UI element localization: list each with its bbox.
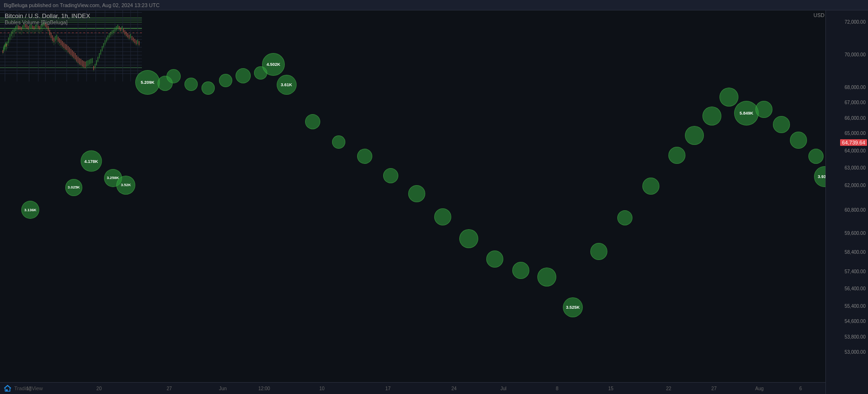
price-57400: 57,400.00 <box>845 269 866 274</box>
chart-title-line2: Bubles Volume [BigBeluga] <box>5 19 90 25</box>
svg-rect-185 <box>61 40 61 45</box>
bubble-r4 <box>668 147 685 164</box>
svg-rect-183 <box>58 37 58 42</box>
chart-header: Bitcoin / U.S. Dollar, 1h, INDEX Bubles … <box>5 12 90 25</box>
svg-rect-179 <box>52 36 53 41</box>
usd-label: USD <box>814 12 824 18</box>
bubble-5209k: 5.209K <box>135 70 160 95</box>
svg-rect-150 <box>11 31 11 36</box>
bubble-e3 <box>790 132 807 149</box>
bubble-3136k: 3.136K <box>21 201 39 219</box>
svg-rect-184 <box>59 38 60 44</box>
svg-rect-221 <box>112 30 112 34</box>
svg-rect-230 <box>124 30 125 35</box>
svg-rect-225 <box>117 25 118 29</box>
price-62000: 62,000.00 <box>845 182 866 188</box>
svg-rect-180 <box>53 37 54 43</box>
svg-rect-142 <box>3 47 4 51</box>
svg-rect-201 <box>83 61 84 68</box>
svg-rect-239 <box>137 40 138 44</box>
svg-rect-149 <box>9 34 10 40</box>
price-56400: 56,400.00 <box>845 286 866 291</box>
bubble-r1 <box>590 243 607 260</box>
bubble-small5 <box>219 74 232 87</box>
bubble-d6 <box>434 208 451 225</box>
time-1200: 12:00 <box>258 386 270 391</box>
svg-rect-237 <box>134 39 135 43</box>
svg-rect-190 <box>68 46 68 53</box>
svg-rect-236 <box>133 37 133 42</box>
bubble-e1 <box>755 101 772 118</box>
svg-rect-211 <box>97 57 98 62</box>
svg-rect-167 <box>35 25 35 29</box>
svg-rect-161 <box>26 25 27 29</box>
bubble-d9 <box>512 262 529 279</box>
current-price-label: 64,739.64 <box>840 139 867 146</box>
bubble-small2 <box>167 69 181 83</box>
bubble-r3 <box>642 178 659 195</box>
svg-rect-192 <box>70 49 71 55</box>
svg-rect-242 <box>6 389 8 391</box>
svg-rect-148 <box>8 37 9 43</box>
time-10: 10 <box>319 386 324 391</box>
bubble-e2 <box>773 116 790 133</box>
price-68000: 68,000.00 <box>845 85 866 90</box>
bubble-3025k: 3.025K <box>65 179 82 196</box>
svg-rect-163 <box>29 25 30 29</box>
svg-rect-206 <box>90 59 91 64</box>
svg-rect-170 <box>39 26 40 30</box>
bubble-3525k: 3.525K <box>563 297 583 317</box>
svg-rect-154 <box>17 25 17 30</box>
svg-rect-234 <box>130 34 131 38</box>
svg-rect-240 <box>139 41 139 45</box>
svg-rect-197 <box>78 57 78 63</box>
bubble-d8 <box>486 251 503 268</box>
svg-rect-200 <box>82 60 82 67</box>
svg-rect-205 <box>89 60 89 65</box>
price-60800: 60,800.00 <box>845 207 866 213</box>
svg-rect-141 <box>2 50 3 53</box>
svg-rect-229 <box>123 28 123 33</box>
svg-rect-186 <box>62 41 62 47</box>
price-70000: 70,000.00 <box>845 52 866 57</box>
svg-rect-188 <box>65 44 65 50</box>
bubble-352k: 3.52K <box>116 176 135 195</box>
bubble-r5 <box>685 126 704 145</box>
svg-rect-196 <box>76 55 77 62</box>
price-54600: 54,600.00 <box>845 319 866 324</box>
price-53000: 53,000.00 <box>845 349 866 354</box>
svg-rect-207 <box>92 58 92 63</box>
bubble-d7 <box>459 229 478 248</box>
svg-rect-223 <box>114 27 115 32</box>
svg-rect-203 <box>86 61 87 67</box>
tv-logo-text: TradingView <box>14 385 43 391</box>
price-59600: 59,600.00 <box>845 230 866 235</box>
svg-rect-219 <box>109 33 109 37</box>
price-axis: 72,000.00 70,000.00 68,000.00 67,000.00 … <box>825 10 868 394</box>
price-64000: 64,000.00 <box>845 148 866 153</box>
svg-rect-198 <box>79 58 79 65</box>
svg-rect-182 <box>56 35 57 40</box>
svg-rect-220 <box>110 32 111 36</box>
bubble-d4 <box>383 168 398 183</box>
time-8: 8 <box>556 386 559 391</box>
svg-rect-156 <box>19 26 20 30</box>
time-17: 17 <box>386 386 391 391</box>
svg-rect-165 <box>32 26 33 29</box>
time-jul: Jul <box>500 386 507 391</box>
bubble-r6 <box>702 107 721 125</box>
price-63000: 63,000.00 <box>845 165 866 170</box>
svg-rect-152 <box>14 28 14 33</box>
svg-rect-231 <box>126 32 126 36</box>
time-jun: Jun <box>219 386 227 391</box>
svg-rect-202 <box>85 62 85 68</box>
bubble-small6 <box>236 68 251 83</box>
top-bar: BigBeluga published on TradingView.com, … <box>0 0 868 10</box>
time-6: 6 <box>799 386 802 391</box>
svg-rect-228 <box>122 26 122 30</box>
bubble-d2 <box>332 135 345 149</box>
top-bar-text: BigBeluga published on TradingView.com, … <box>4 2 159 8</box>
svg-rect-143 <box>4 45 4 50</box>
svg-rect-151 <box>12 30 13 34</box>
time-aug: Aug <box>755 386 763 391</box>
